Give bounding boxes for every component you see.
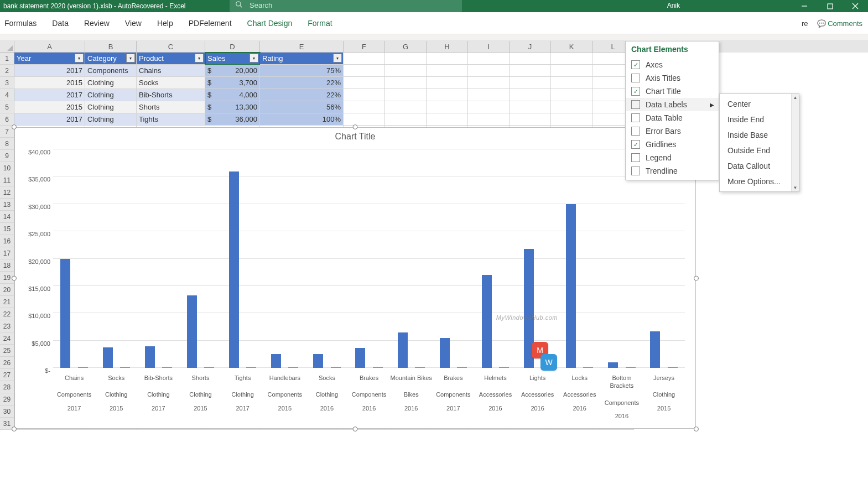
column-header-H[interactable]: H [427, 41, 468, 53]
row-header-6[interactable]: 6 [0, 113, 14, 126]
cell[interactable] [385, 77, 427, 89]
bar-rating[interactable] [288, 367, 298, 368]
bar-sales[interactable] [145, 346, 155, 368]
bar-group[interactable] [264, 149, 306, 368]
row-header-5[interactable]: 5 [0, 101, 14, 113]
checkbox[interactable] [631, 167, 640, 175]
cell[interactable] [468, 113, 510, 126]
bar-sales[interactable] [271, 354, 281, 368]
bar-group[interactable] [53, 149, 95, 368]
resize-handle[interactable] [12, 124, 17, 129]
cell-sales[interactable]: $20,000 [205, 65, 260, 77]
checkbox[interactable] [631, 74, 640, 82]
bar-group[interactable] [390, 149, 432, 368]
checkbox[interactable]: ✓ [631, 140, 640, 149]
column-header-B[interactable]: B [85, 41, 137, 53]
cell[interactable] [510, 53, 551, 65]
cell-rating[interactable]: 22% [260, 89, 344, 101]
cell[interactable] [468, 53, 510, 65]
row-header-30[interactable]: 30 [0, 405, 14, 418]
cell-rating[interactable]: 22% [260, 77, 344, 89]
bar-group[interactable] [306, 149, 348, 368]
column-header-G[interactable]: G [385, 41, 427, 53]
bar-rating[interactable] [204, 367, 214, 368]
bar-group[interactable] [179, 149, 221, 368]
cell[interactable] [468, 77, 510, 89]
maximize-button[interactable] [817, 0, 843, 12]
chart-element-chart-title[interactable]: ✓Chart Title [626, 85, 719, 98]
search-box[interactable]: Search [230, 0, 462, 12]
bar-rating[interactable] [457, 367, 467, 368]
cell-year[interactable]: 2015 [14, 101, 85, 113]
bar-rating[interactable] [78, 367, 88, 368]
cell-year[interactable]: 2017 [14, 113, 85, 126]
bar-rating[interactable] [373, 367, 383, 368]
resize-handle[interactable] [353, 124, 358, 129]
row-header-9[interactable]: 9 [0, 150, 14, 162]
chart-element-axes[interactable]: ✓Axes [626, 58, 719, 71]
cell-year[interactable]: 2017 [14, 89, 85, 101]
cell[interactable] [551, 113, 592, 126]
row-header-14[interactable]: 14 [0, 211, 14, 223]
table-header-year[interactable]: Year▾ [14, 53, 85, 65]
table-header-category[interactable]: Category▾ [85, 53, 137, 65]
checkbox[interactable] [631, 100, 640, 109]
cell-category[interactable]: Clothing [85, 89, 137, 101]
resize-handle[interactable] [12, 275, 17, 280]
bar-sales[interactable] [650, 331, 660, 368]
row-header-17[interactable]: 17 [0, 247, 14, 259]
column-header-J[interactable]: J [510, 41, 551, 53]
share-button[interactable]: re [802, 19, 808, 28]
cell-rating[interactable]: 75% [260, 65, 344, 77]
column-header-E[interactable]: E [260, 41, 344, 53]
cell[interactable] [344, 89, 385, 101]
chart-element-gridlines[interactable]: ✓Gridlines [626, 138, 719, 151]
column-header-D[interactable]: D [205, 41, 260, 53]
chart-element-data-table[interactable]: Data Table [626, 111, 719, 124]
cell[interactable] [510, 65, 551, 77]
cell[interactable] [468, 89, 510, 101]
resize-handle[interactable] [694, 275, 699, 280]
bar-sales[interactable] [608, 362, 618, 368]
checkbox[interactable] [631, 113, 640, 122]
cell-category[interactable]: Clothing [85, 113, 137, 126]
bar-sales[interactable] [229, 171, 239, 368]
cell[interactable] [344, 101, 385, 113]
bar-rating[interactable] [583, 367, 593, 368]
bar-sales[interactable] [566, 204, 576, 368]
bar-rating[interactable] [120, 367, 130, 368]
cell-category[interactable]: Clothing [85, 77, 137, 89]
submenu-center[interactable]: Center [720, 96, 799, 112]
cell[interactable] [385, 101, 427, 113]
cell[interactable] [551, 89, 592, 101]
cell[interactable] [427, 65, 468, 77]
bar-group[interactable] [432, 149, 474, 368]
cell[interactable] [427, 101, 468, 113]
cell[interactable] [427, 77, 468, 89]
cell[interactable] [344, 65, 385, 77]
bar-group[interactable] [222, 149, 264, 368]
row-header-13[interactable]: 13 [0, 199, 14, 211]
checkbox[interactable] [631, 153, 640, 162]
submenu-data-callout[interactable]: Data Callout [720, 158, 799, 174]
column-header-K[interactable]: K [551, 41, 592, 53]
bar-group[interactable] [601, 149, 643, 368]
row-header-27[interactable]: 27 [0, 369, 14, 381]
close-button[interactable] [843, 0, 868, 12]
tab-formulas[interactable]: Formulas [4, 19, 37, 28]
cell[interactable] [510, 113, 551, 126]
row-header-29[interactable]: 29 [0, 393, 14, 405]
cell-sales[interactable]: $36,000 [205, 113, 260, 126]
tab-pdfelement[interactable]: PDFelement [189, 19, 232, 28]
row-header-28[interactable]: 28 [0, 381, 14, 393]
cell-sales[interactable]: $3,700 [205, 77, 260, 89]
chart-element-legend[interactable]: Legend [626, 151, 719, 164]
checkbox[interactable] [631, 127, 640, 136]
tab-review[interactable]: Review [84, 19, 110, 28]
row-header-26[interactable]: 26 [0, 357, 14, 369]
resize-handle[interactable] [694, 427, 699, 431]
bar-rating[interactable] [246, 367, 256, 368]
cell[interactable] [468, 101, 510, 113]
select-all-corner[interactable] [0, 41, 14, 53]
filter-button[interactable]: ▾ [75, 54, 84, 63]
